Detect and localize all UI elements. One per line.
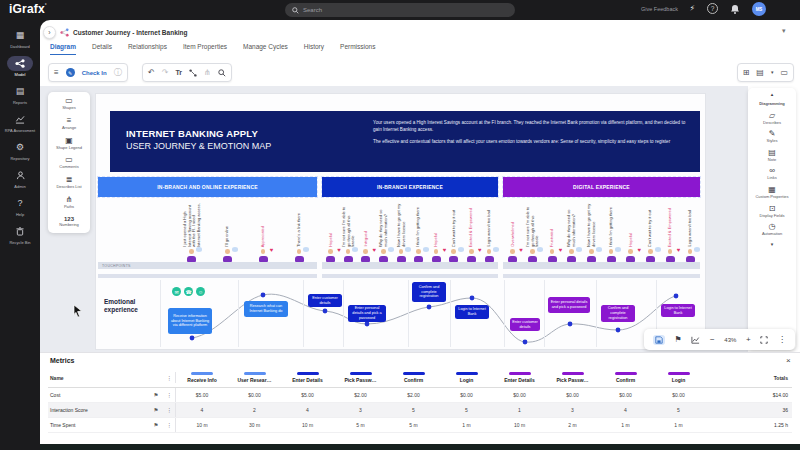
curve-node[interactable] xyxy=(261,293,266,298)
metric-column-header[interactable]: Enter Details xyxy=(493,372,546,383)
path-flag-icon[interactable]: ⚑ xyxy=(675,336,682,344)
metric-column-header[interactable]: User Resear… xyxy=(228,372,281,383)
fit-screen-icon[interactable] xyxy=(760,336,768,344)
persona[interactable]: I just opened a High Interest Saving acc… xyxy=(185,203,198,262)
comment-icon[interactable]: ▭ xyxy=(780,69,788,77)
persona[interactable]: Why do they need so much information? xyxy=(565,203,578,262)
phase-band-1[interactable]: IN-BRANCH AND ONLINE EXPERIENCE xyxy=(98,177,317,197)
row-menu-icon[interactable]: ⋮ xyxy=(167,392,173,398)
info-icon[interactable]: ⓘ xyxy=(114,69,122,77)
sidebar-item-model[interactable]: Model xyxy=(0,56,40,77)
zoom-search-icon[interactable] xyxy=(218,69,226,77)
give-feedback-link[interactable]: Give Feedback xyxy=(641,6,678,12)
curve-node[interactable] xyxy=(427,305,432,310)
persona[interactable]: Now I have to go get my drivers licence xyxy=(395,203,408,262)
persona[interactable]: Appreciated♥ xyxy=(257,203,270,262)
palette-item-shapes[interactable]: ▭Shapes xyxy=(48,97,90,111)
tab-item-properties[interactable]: Item Properties xyxy=(183,43,227,55)
journey-step-box[interactable]: Enter personal details and pick a passwo… xyxy=(548,297,590,313)
persona[interactable]: Excited & Empowered♥ xyxy=(465,203,478,262)
journey-step-box[interactable]: Confirm and complete registration xyxy=(412,282,446,302)
metric-column-header[interactable]: Pick Passw… xyxy=(546,372,599,383)
curve-node[interactable] xyxy=(323,309,328,314)
tab-history[interactable]: History xyxy=(304,43,324,55)
sidebar-item-rpa-assessment[interactable]: RPA Assessment xyxy=(0,112,40,133)
notifications-bell-icon[interactable] xyxy=(730,4,740,15)
persona[interactable]: I'll go online xyxy=(221,203,234,262)
undo-icon[interactable]: ↶ xyxy=(148,69,155,77)
curve-node[interactable] xyxy=(616,328,621,333)
metric-column-header[interactable]: Confirm xyxy=(599,372,652,383)
palette-item-comments[interactable]: ▭Comments xyxy=(48,156,90,170)
tab-permissions[interactable]: Permissions xyxy=(340,43,375,55)
persona[interactable]: Login wasn't too bad xyxy=(483,203,496,262)
panel-item-styles[interactable]: ✎Styles xyxy=(767,130,778,144)
sidebar-item-recycle-bin[interactable]: Recycle Bin xyxy=(0,224,40,245)
panel-item-links[interactable]: ∞Links xyxy=(767,167,776,181)
metric-column-header[interactable]: Receive Info xyxy=(176,372,228,383)
persona[interactable]: Overwhelmed♥ xyxy=(506,203,519,262)
panel-item-custom-properties[interactable]: ▦Custom Properties xyxy=(755,186,788,200)
phase-band-2[interactable]: IN-BRANCH EXPERIENCE xyxy=(322,177,498,197)
redo-icon[interactable]: ↷ xyxy=(162,69,169,77)
collapse-up-icon[interactable]: ▴ xyxy=(771,92,774,97)
check-in-button[interactable]: Check In xyxy=(82,70,107,76)
row-menu-icon[interactable]: ⋮ xyxy=(167,422,173,428)
panel-item-display-fields[interactable]: ⊡Display Fields xyxy=(760,205,785,219)
page-layout-icon[interactable]: ▤ xyxy=(756,69,764,77)
journey-step-box[interactable]: Confirm and complete registration xyxy=(601,305,635,322)
journey-step-box[interactable]: Research what can Internet Banking do xyxy=(244,301,288,317)
curve-node[interactable] xyxy=(568,322,573,327)
collapse-down-icon[interactable]: ▾ xyxy=(771,242,774,247)
metric-column-header[interactable]: Confirm xyxy=(387,372,440,383)
grid-icon[interactable]: ⊞ xyxy=(743,69,750,77)
persona[interactable]: I'm not sure I'm able to go through all … xyxy=(342,203,355,262)
persona[interactable]: There's a link there xyxy=(293,203,306,262)
journey-step-box[interactable]: Receive information about Internet Banki… xyxy=(168,308,212,334)
persona[interactable]: Now I have to go get my drivers licence xyxy=(585,203,598,262)
save-icon[interactable] xyxy=(653,335,665,345)
persona[interactable]: Login wasn't too bad xyxy=(684,203,697,262)
user-avatar[interactable]: MS xyxy=(752,2,766,16)
persona[interactable]: Hopeful♥ xyxy=(430,203,443,262)
curve-node[interactable] xyxy=(674,294,679,299)
journey-header-block[interactable]: INTERNET BANKING APPLY USER JOURNEY & EM… xyxy=(110,111,700,172)
metrics-close-icon[interactable]: × xyxy=(786,356,791,365)
collapse-panel-button[interactable]: › xyxy=(43,26,56,39)
metric-column-header[interactable]: Login xyxy=(440,372,493,383)
persona[interactable]: I'm not sure I'm able to go through all … xyxy=(526,203,539,262)
palette-item-numbering[interactable]: 123Numbering xyxy=(48,216,90,228)
journey-step-box[interactable]: Login to Internet Bank xyxy=(661,304,695,317)
lightning-icon[interactable]: ⚡ xyxy=(689,4,695,13)
sidebar-item-dashboard[interactable]: ▦Dashboard xyxy=(0,28,40,49)
metric-flag-icon[interactable]: ⚑ xyxy=(154,422,159,428)
tab-relationships[interactable]: Relationships xyxy=(128,43,167,55)
persona[interactable]: Can't wait to try it out xyxy=(447,203,460,262)
phase-band-3[interactable]: DIGITAL EXPERIENCE xyxy=(503,177,700,197)
panel-item-automation[interactable]: ◷Automation xyxy=(762,223,782,237)
curve-node[interactable] xyxy=(365,322,370,327)
zoom-level[interactable]: 43% xyxy=(724,337,736,343)
persona[interactable]: Intrigued♥ xyxy=(359,203,372,262)
sidebar-item-help[interactable]: ?Help xyxy=(0,196,40,217)
chevron-down-icon[interactable]: ▾ xyxy=(782,27,786,35)
persona[interactable]: Hopeful♥ xyxy=(624,203,637,262)
filter-icon[interactable]: ⋔ xyxy=(204,69,211,77)
curve-node[interactable] xyxy=(523,340,528,345)
journey-step-box[interactable]: Enter customer details xyxy=(308,294,342,307)
panel-item-note[interactable]: ▤Note xyxy=(768,149,776,163)
journey-step-box[interactable]: Enter personal details and pick a passwo… xyxy=(348,305,386,322)
persona[interactable]: I think I'm getting there xyxy=(605,203,618,262)
sidebar-item-repository[interactable]: ⚙Repository xyxy=(0,140,40,161)
palette-item-shape-legend[interactable]: ▣Shape Legend xyxy=(48,137,90,151)
check-in-icon[interactable]: ✎ xyxy=(66,68,75,77)
persona[interactable]: Can't wait to try it out xyxy=(644,203,657,262)
sidebar-item-reports[interactable]: ▤Reports xyxy=(0,84,40,105)
help-icon[interactable]: ? xyxy=(707,3,718,14)
search-input[interactable]: Search xyxy=(285,3,515,17)
zoom-out-button[interactable]: − xyxy=(710,336,715,344)
chevron-down-icon[interactable]: ▾ xyxy=(771,70,774,75)
persona[interactable]: Why do they need so much information? xyxy=(377,203,390,262)
palette-item-paths[interactable]: ⋔Paths xyxy=(48,196,90,210)
tab-diagram[interactable]: Diagram xyxy=(50,43,76,55)
